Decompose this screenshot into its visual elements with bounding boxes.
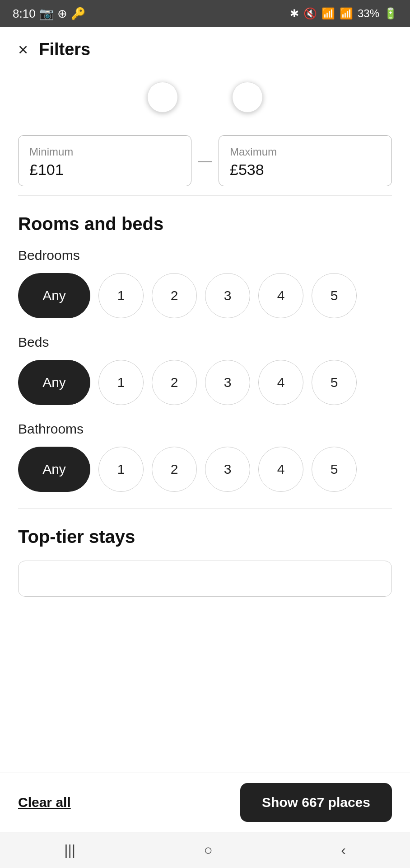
bedroom-option-4[interactable]: 4	[258, 273, 303, 318]
min-price-box[interactable]: Minimum £101	[18, 135, 191, 186]
min-price-value: £101	[29, 161, 180, 179]
bottom-action-bar: Clear all Show 667 places	[0, 773, 410, 832]
max-price-label: Maximum	[230, 146, 381, 158]
battery-icon: 🔋	[384, 7, 397, 20]
divider-1	[18, 195, 392, 196]
page-title: Filters	[39, 40, 90, 59]
nfc-icon: ⊕	[57, 7, 67, 21]
status-bar-right: ✱ 🔇 📶 📶 33% 🔋	[290, 7, 397, 20]
clear-all-button[interactable]: Clear all	[18, 795, 71, 810]
main-content: Minimum £101 — Maximum £538 Rooms and be…	[0, 68, 410, 669]
bed-option-5[interactable]: 5	[312, 360, 357, 405]
beds-options: Any 1 2 3 4 5	[18, 360, 392, 405]
nav-home-icon[interactable]: ○	[204, 842, 212, 859]
filters-header: × Filters	[0, 27, 410, 68]
nav-menu-icon[interactable]: |||	[64, 842, 75, 859]
bedroom-option-3[interactable]: 3	[205, 273, 250, 318]
status-bar: 8:10 📷 ⊕ 🔑 ✱ 🔇 📶 📶 33% 🔋	[0, 0, 410, 27]
slider-thumb-min[interactable]	[147, 82, 178, 113]
max-price-box[interactable]: Maximum £538	[219, 135, 392, 186]
divider-2	[18, 508, 392, 509]
bed-option-2[interactable]: 2	[152, 360, 197, 405]
slider-thumb-max[interactable]	[232, 82, 263, 113]
bed-option-any[interactable]: Any	[18, 360, 90, 405]
price-inputs: Minimum £101 — Maximum £538	[18, 135, 392, 186]
bathroom-option-3[interactable]: 3	[205, 447, 250, 492]
nav-back-icon[interactable]: ‹	[341, 842, 346, 859]
bed-option-1[interactable]: 1	[98, 360, 144, 405]
slider-track[interactable]	[18, 82, 392, 113]
bathroom-option-2[interactable]: 2	[152, 447, 197, 492]
max-price-value: £538	[230, 161, 381, 179]
bathroom-option-any[interactable]: Any	[18, 447, 90, 492]
beds-label: Beds	[18, 335, 392, 350]
signal-icon: 📶	[340, 7, 353, 20]
bedroom-option-2[interactable]: 2	[152, 273, 197, 318]
bed-option-3[interactable]: 3	[205, 360, 250, 405]
bedroom-option-any[interactable]: Any	[18, 273, 90, 318]
bathrooms-label: Bathrooms	[18, 421, 392, 437]
status-bar-left: 8:10 📷 ⊕ 🔑	[13, 7, 85, 21]
toptier-card	[18, 561, 392, 597]
bathroom-option-4[interactable]: 4	[258, 447, 303, 492]
status-time: 8:10	[13, 7, 36, 21]
navigation-bar: ||| ○ ‹	[0, 832, 410, 868]
bedrooms-label: Bedrooms	[18, 248, 392, 263]
bedroom-option-1[interactable]: 1	[98, 273, 144, 318]
rooms-beds-heading: Rooms and beds	[18, 214, 392, 234]
mute-icon: 🔇	[303, 7, 317, 20]
min-price-label: Minimum	[29, 146, 180, 158]
toptier-heading: Top-tier stays	[18, 527, 392, 547]
camera-icon: 📷	[39, 7, 54, 21]
bathroom-option-1[interactable]: 1	[98, 447, 144, 492]
bedrooms-options: Any 1 2 3 4 5	[18, 273, 392, 318]
bathrooms-options: Any 1 2 3 4 5	[18, 447, 392, 492]
bed-option-4[interactable]: 4	[258, 360, 303, 405]
wifi-icon: 📶	[321, 7, 335, 20]
bathroom-option-5[interactable]: 5	[312, 447, 357, 492]
show-places-button[interactable]: Show 667 places	[240, 783, 392, 822]
bedroom-option-5[interactable]: 5	[312, 273, 357, 318]
key-icon: 🔑	[71, 7, 85, 21]
battery-text: 33%	[358, 7, 379, 20]
price-range-area	[18, 68, 392, 135]
price-separator: —	[191, 153, 219, 169]
close-button[interactable]: ×	[18, 41, 28, 58]
bluetooth-icon: ✱	[290, 7, 299, 20]
